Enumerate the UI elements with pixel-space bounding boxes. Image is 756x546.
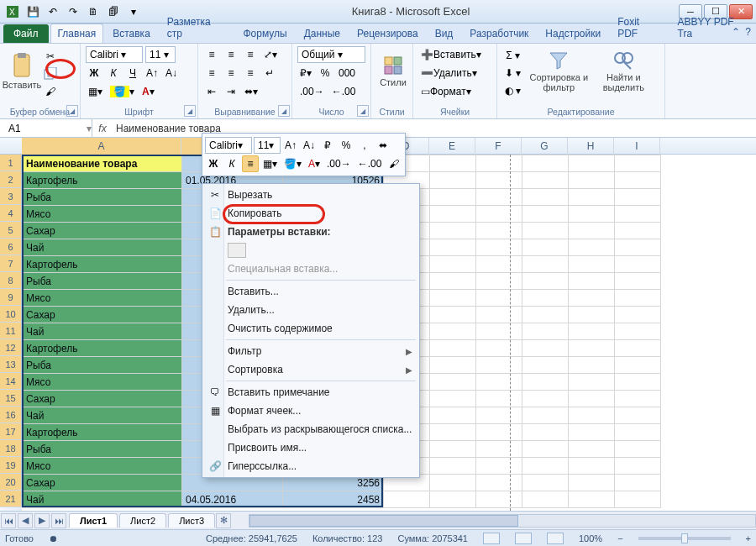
cell-A19[interactable]: Мясо — [23, 458, 182, 475]
cell-I4[interactable] — [615, 206, 661, 223]
fx-icon[interactable]: fx — [92, 123, 113, 134]
cell-E8[interactable] — [430, 273, 476, 290]
col-header-E[interactable]: E — [429, 138, 475, 155]
cell-A5[interactable]: Сахар — [23, 223, 182, 239]
col-header-I[interactable]: I — [614, 138, 660, 155]
sheet-nav-first-icon[interactable]: ⏮ — [1, 513, 16, 528]
cell-E12[interactable] — [430, 340, 476, 357]
tab-developer[interactable]: Разработчик — [462, 24, 536, 43]
cell-A6[interactable]: Чай — [23, 239, 182, 256]
save-icon[interactable]: 💾 — [24, 3, 42, 20]
cell-E4[interactable] — [430, 206, 476, 223]
row-header-9[interactable]: 9 — [0, 289, 22, 306]
mini-font-combo[interactable]: Calibri▾ — [205, 137, 252, 154]
cell-A13[interactable]: Рыба — [23, 357, 182, 374]
align-bottom-icon[interactable]: ≡ — [242, 46, 259, 63]
format-painter-icon[interactable]: 🖌 — [40, 83, 60, 99]
cell-F7[interactable] — [476, 256, 522, 273]
cell-G2[interactable] — [522, 172, 569, 189]
col-header-H[interactable]: H — [568, 138, 614, 155]
tab-view[interactable]: Вид — [428, 24, 461, 43]
tab-insert[interactable]: Вставка — [105, 24, 158, 43]
sort-filter-button[interactable]: Сортировка и фильтр — [528, 45, 589, 97]
cell-A7[interactable]: Картофель — [23, 256, 182, 273]
cell-F4[interactable] — [476, 206, 522, 223]
cell-I11[interactable] — [615, 323, 661, 340]
select-all-corner[interactable] — [0, 138, 22, 154]
row-header-1[interactable]: 1 — [0, 155, 22, 171]
cell-I3[interactable] — [615, 189, 661, 206]
cell-H19[interactable] — [569, 458, 615, 475]
cell-G18[interactable] — [522, 441, 569, 458]
cell-A20[interactable]: Сахар — [23, 475, 182, 491]
cell-A8[interactable]: Рыба — [23, 273, 182, 290]
mini-bold-icon[interactable]: Ж — [205, 155, 222, 172]
cell-A16[interactable]: Чай — [23, 407, 182, 424]
ctx-insert-comment[interactable]: 🗨Вставить примечание — [202, 383, 419, 402]
cell-C21[interactable]: 2458 — [283, 491, 384, 508]
clipboard-launcher-icon[interactable]: ◢ — [66, 105, 78, 117]
cell-H8[interactable] — [569, 273, 615, 290]
cell-H6[interactable] — [569, 239, 615, 256]
cell-G12[interactable] — [522, 340, 569, 357]
cell-F21[interactable] — [476, 491, 522, 508]
cell-I8[interactable] — [615, 273, 661, 290]
mini-size-combo[interactable]: 11▾ — [254, 137, 281, 154]
zoom-out-icon[interactable]: − — [617, 533, 622, 543]
cell-I10[interactable] — [615, 307, 661, 323]
cell-E15[interactable] — [430, 391, 476, 407]
ctx-delete[interactable]: Удалить... — [202, 301, 419, 319]
cell-G4[interactable] — [522, 206, 569, 223]
cell-H17[interactable] — [569, 424, 615, 441]
cell-H4[interactable] — [569, 206, 615, 223]
cell-F12[interactable] — [476, 340, 522, 357]
row-header-15[interactable]: 15 — [0, 390, 22, 407]
format-cells-button[interactable]: ▭ Формат ▾ — [418, 83, 474, 100]
mini-fill-icon[interactable]: 🪣▾ — [281, 155, 304, 172]
ctx-hyperlink[interactable]: 🔗Гиперссылка... — [202, 457, 419, 475]
cell-E13[interactable] — [430, 357, 476, 374]
cell-A3[interactable]: Рыба — [23, 189, 182, 206]
tab-home[interactable]: Главная — [50, 24, 104, 43]
cell-H10[interactable] — [569, 307, 615, 323]
cell-A14[interactable]: Мясо — [23, 374, 182, 391]
sheet-nav-last-icon[interactable]: ⏭ — [51, 513, 66, 528]
cell-H16[interactable] — [569, 407, 615, 424]
cell-I6[interactable] — [615, 239, 661, 256]
italic-button[interactable]: К — [105, 65, 122, 81]
row-header-4[interactable]: 4 — [0, 205, 22, 222]
cell-H15[interactable] — [569, 391, 615, 407]
decrease-decimal-icon[interactable]: ←.00 — [329, 83, 359, 100]
ctx-define-name[interactable]: Присвоить имя... — [202, 438, 419, 457]
align-center-icon[interactable]: ≡ — [223, 65, 239, 81]
cell-E18[interactable] — [430, 441, 476, 458]
cell-H20[interactable] — [569, 475, 615, 491]
cell-I16[interactable] — [615, 407, 661, 424]
mini-incdec-icon[interactable]: .00→ — [324, 155, 354, 172]
row-header-8[interactable]: 8 — [0, 272, 22, 289]
horizontal-scrollbar[interactable] — [249, 514, 756, 528]
cell-H5[interactable] — [569, 223, 615, 239]
cell-A10[interactable]: Сахар — [23, 307, 182, 323]
cell-F14[interactable] — [476, 374, 522, 391]
align-right-icon[interactable]: ≡ — [242, 65, 259, 81]
tab-data[interactable]: Данные — [297, 24, 348, 43]
cell-G13[interactable] — [522, 357, 569, 374]
tab-addins[interactable]: Надстройки — [538, 24, 608, 43]
align-middle-icon[interactable]: ≡ — [223, 46, 239, 63]
row-header-20[interactable]: 20 — [0, 474, 22, 491]
cell-H14[interactable] — [569, 374, 615, 391]
cell-G1[interactable] — [522, 155, 569, 172]
mini-merge-icon[interactable]: ⬌ — [375, 137, 391, 154]
cell-A21[interactable]: Чай — [23, 491, 182, 508]
merge-icon[interactable]: ⬌▾ — [242, 83, 260, 100]
cell-I1[interactable] — [615, 155, 661, 172]
cell-E6[interactable] — [430, 239, 476, 256]
cell-H11[interactable] — [569, 323, 615, 340]
cell-F2[interactable] — [476, 172, 522, 189]
cell-E17[interactable] — [430, 424, 476, 441]
mini-grow-font-icon[interactable]: A↑ — [282, 137, 299, 154]
undo-icon[interactable]: ↶ — [44, 3, 62, 20]
mini-formatpainter-icon[interactable]: 🖌 — [386, 155, 402, 172]
cell-E3[interactable] — [430, 189, 476, 206]
